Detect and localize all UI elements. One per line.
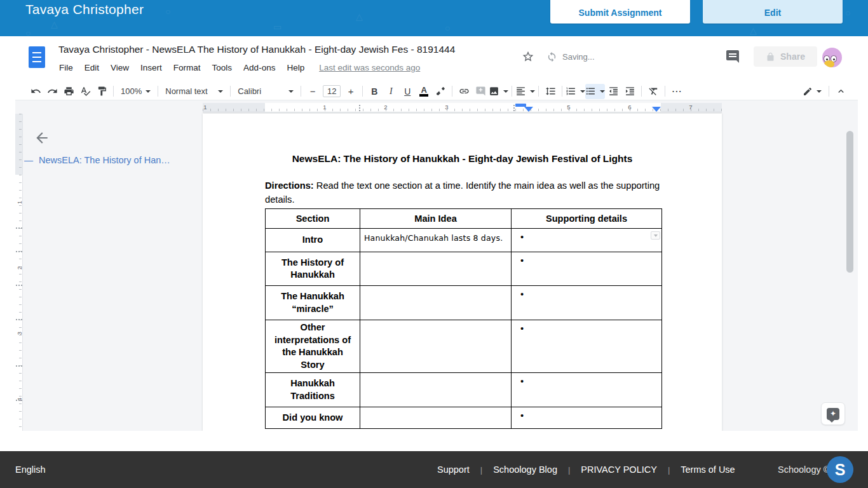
line-spacing-button[interactable]: [542, 84, 559, 99]
increase-font-size-button[interactable]: +: [342, 84, 359, 99]
explore-button[interactable]: ✦: [821, 402, 845, 425]
row-handle[interactable]: [15, 318, 23, 321]
text-color-button[interactable]: A: [416, 84, 432, 99]
spellcheck-button[interactable]: [77, 84, 93, 99]
italic-button[interactable]: I: [383, 84, 399, 99]
print-button[interactable]: [60, 84, 77, 99]
column-handle[interactable]: [358, 104, 361, 111]
supporting-cell[interactable]: •: [512, 286, 662, 320]
header-section[interactable]: Section: [266, 209, 360, 229]
main-idea-table[interactable]: Section Main Idea Supporting details Int…: [265, 208, 662, 429]
section-cell[interactable]: Intro: [266, 229, 360, 252]
submit-assignment-button[interactable]: Submit Assignment: [550, 0, 690, 24]
insert-image-button[interactable]: [489, 84, 508, 99]
bold-button[interactable]: B: [366, 84, 383, 99]
section-cell[interactable]: The Hanukkah “miracle”: [266, 286, 360, 320]
footer-link-blog[interactable]: Schoology Blog: [493, 464, 557, 475]
header-supporting[interactable]: Supporting details: [512, 209, 662, 229]
directions-paragraph: Directions: Read the text one section at…: [265, 179, 660, 207]
edit-button[interactable]: Edit: [703, 0, 843, 24]
chevron-down-icon: [600, 90, 605, 93]
font-select[interactable]: Calibri: [234, 84, 297, 99]
back-arrow-icon: [34, 130, 50, 146]
table-row: The Hanukkah “miracle” •: [266, 286, 662, 320]
section-cell[interactable]: The History of Hanukkah: [266, 252, 360, 286]
font-size-input[interactable]: 12: [323, 85, 341, 97]
decrease-indent-button[interactable]: [605, 84, 621, 99]
document-canvas: 1 1 2 3 5 6 7 1 2 3 4: [15, 100, 858, 431]
main-idea-cell[interactable]: Hanukkah/Chanukah lasts 8 days.: [364, 233, 503, 243]
language-selector[interactable]: English: [15, 464, 46, 475]
clear-formatting-button[interactable]: [645, 84, 661, 99]
bulleted-list-button[interactable]: [585, 84, 605, 99]
schoology-logo[interactable]: S: [827, 456, 853, 483]
first-line-indent-marker[interactable]: [515, 104, 526, 107]
right-indent-marker[interactable]: [652, 107, 661, 112]
paint-format-button[interactable]: [93, 84, 110, 99]
outline-item-label: NewsELA: The History of Han…: [39, 155, 170, 165]
directions-text: Read the text one section at a time. Ide…: [265, 180, 660, 205]
section-cell[interactable]: Other interpretations of the Hanukkah St…: [266, 320, 360, 373]
main-idea-cell[interactable]: [360, 407, 512, 429]
numbered-list-button[interactable]: [566, 84, 585, 99]
comments-icon[interactable]: [724, 49, 741, 64]
outline-item[interactable]: — NewsELA: The History of Han…: [24, 155, 170, 165]
ruler-number: 2: [16, 264, 23, 272]
directions-label: Directions:: [265, 180, 314, 191]
main-idea-cell[interactable]: [360, 320, 512, 373]
footer-link-privacy[interactable]: PRIVACY POLICY: [581, 464, 657, 475]
zoom-select[interactable]: 100%: [117, 84, 154, 99]
table-header-row: Section Main Idea Supporting details: [266, 209, 662, 229]
insert-link-button[interactable]: [456, 84, 472, 99]
decrease-font-size-button[interactable]: −: [304, 84, 321, 99]
paragraph-style-select[interactable]: Normal text: [161, 84, 227, 99]
footer-link-terms[interactable]: Terms of Use: [681, 464, 735, 475]
supporting-cell[interactable]: •: [512, 320, 662, 373]
lock-icon: [766, 52, 775, 62]
horizontal-ruler[interactable]: 1 1 2 3 5 6 7: [203, 103, 722, 112]
chevron-down-icon: [530, 90, 535, 93]
google-docs-frame: Tavaya Christopher - NewsELA The History…: [15, 36, 858, 431]
highlight-color-button[interactable]: [432, 84, 449, 99]
star-icon[interactable]: [522, 50, 534, 63]
explore-star-icon: ✦: [827, 408, 839, 420]
vertical-scrollbar[interactable]: [846, 131, 853, 273]
main-idea-cell[interactable]: [360, 252, 512, 286]
close-outline-button[interactable]: [34, 130, 50, 146]
row-handle[interactable]: [15, 399, 23, 402]
vertical-ruler[interactable]: 1 2 3 4: [15, 114, 23, 431]
outline-dash: —: [24, 155, 33, 165]
underline-button[interactable]: U: [399, 84, 416, 99]
chevron-down-icon: [817, 90, 822, 93]
footer-link-support[interactable]: Support: [437, 464, 470, 475]
supporting-cell[interactable]: •: [512, 252, 662, 286]
document-page[interactable]: NewsELA: The History of Hanukkah - Eight…: [203, 114, 722, 431]
supporting-cell[interactable]: •: [512, 407, 662, 429]
supporting-cell[interactable]: •: [512, 373, 662, 407]
cell-dropdown-button[interactable]: [651, 231, 660, 240]
main-idea-cell[interactable]: [360, 373, 512, 407]
align-button[interactable]: [515, 84, 535, 99]
editing-mode-select[interactable]: [799, 84, 825, 99]
row-handle[interactable]: [15, 227, 23, 229]
header-main-idea[interactable]: Main Idea: [360, 209, 512, 229]
redo-button[interactable]: [44, 84, 60, 99]
supporting-cell[interactable]: •: [512, 229, 662, 252]
row-handle[interactable]: [15, 250, 23, 253]
row-handle[interactable]: [15, 365, 23, 367]
main-idea-cell[interactable]: [360, 286, 512, 320]
chevron-down-icon: [146, 90, 151, 93]
increase-indent-button[interactable]: [621, 84, 638, 99]
user-avatar[interactable]: [822, 48, 842, 67]
row-handle[interactable]: [15, 284, 23, 287]
left-indent-marker[interactable]: [524, 107, 533, 112]
student-name: Tavaya Christopher: [25, 2, 144, 17]
chevron-down-icon: [580, 90, 585, 93]
share-button[interactable]: Share: [754, 46, 817, 67]
hide-menus-button[interactable]: [832, 84, 849, 99]
undo-button[interactable]: [27, 84, 44, 99]
more-tools-button[interactable]: ⋯: [668, 84, 685, 99]
section-cell[interactable]: Hanukkah Traditions: [266, 373, 360, 407]
section-cell[interactable]: Did you know: [266, 407, 360, 429]
ruler-number: 6: [628, 104, 631, 111]
